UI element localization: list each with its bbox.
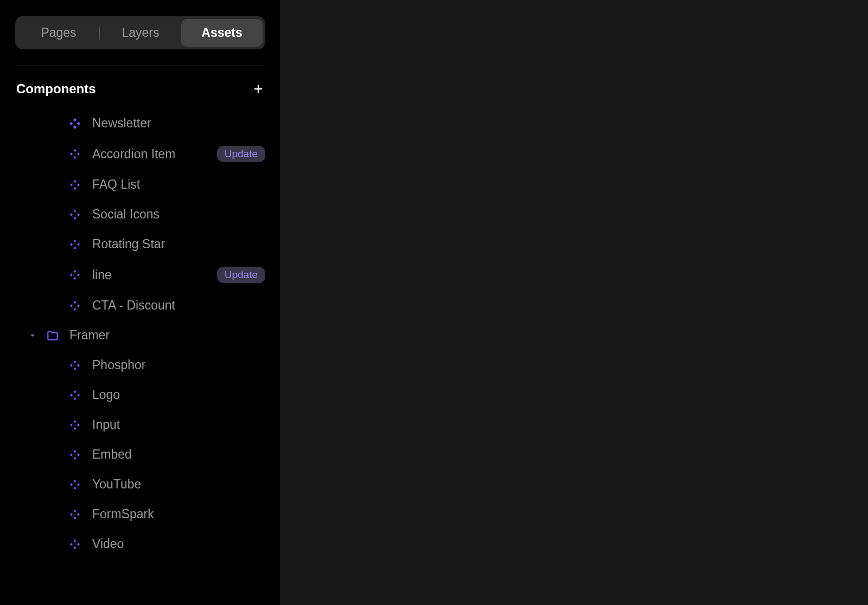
- component-item[interactable]: Newsletter: [15, 108, 265, 138]
- component-label: Newsletter: [92, 116, 265, 131]
- tab-pages[interactable]: Pages: [18, 19, 99, 47]
- folder-icon: [46, 329, 60, 343]
- folder-label: Framer: [69, 328, 265, 343]
- add-component-button[interactable]: [252, 83, 264, 95]
- tab-layers[interactable]: Layers: [100, 19, 181, 47]
- component-item[interactable]: FormSpark: [15, 499, 265, 529]
- update-badge[interactable]: Update: [217, 146, 265, 162]
- components-title: Components: [16, 81, 96, 96]
- component-label: Logo: [92, 388, 265, 402]
- component-item[interactable]: YouTube: [15, 469, 265, 499]
- component-icon: [68, 268, 81, 281]
- tab-assets[interactable]: Assets: [181, 19, 263, 47]
- component-icon: [68, 238, 81, 251]
- component-label: Video: [92, 537, 265, 551]
- component-label: Phosphor: [92, 358, 265, 372]
- component-icon: [68, 208, 81, 221]
- component-icon: [68, 389, 81, 402]
- component-label: Embed: [92, 447, 265, 462]
- component-item[interactable]: Social Icons: [15, 199, 265, 229]
- component-icon: [68, 419, 81, 432]
- component-label: Social Icons: [92, 207, 265, 222]
- tabs-container: Pages Layers Assets: [15, 16, 265, 49]
- component-item[interactable]: line Update: [15, 259, 265, 291]
- canvas-area[interactable]: [281, 0, 868, 605]
- section-header: Components: [15, 81, 265, 96]
- component-item[interactable]: Accordion Item Update: [15, 138, 265, 170]
- component-icon: [68, 178, 81, 191]
- update-badge[interactable]: Update: [217, 267, 265, 283]
- component-label: FormSpark: [92, 507, 265, 522]
- section-divider: [15, 66, 265, 66]
- component-icon: [68, 448, 81, 461]
- component-label: Rotating Star: [92, 237, 265, 252]
- component-label: Accordion Item: [92, 147, 206, 162]
- folder-item[interactable]: Framer: [15, 320, 265, 350]
- component-icon: [68, 508, 81, 521]
- component-item[interactable]: Phosphor: [15, 350, 265, 380]
- component-item[interactable]: Rotating Star: [15, 229, 265, 259]
- component-icon: [68, 299, 81, 312]
- component-item[interactable]: Logo: [15, 380, 265, 410]
- component-label: line: [92, 268, 206, 282]
- component-label: CTA - Discount: [92, 298, 265, 313]
- component-icon: [68, 359, 81, 372]
- component-list: Newsletter Accordion Item Update FAQ Lis…: [15, 108, 265, 559]
- component-icon: [68, 117, 81, 130]
- component-item[interactable]: Embed: [15, 440, 265, 469]
- component-item[interactable]: Input: [15, 410, 265, 440]
- component-label: YouTube: [92, 477, 265, 492]
- component-icon: [68, 478, 81, 491]
- component-item[interactable]: Video: [15, 529, 265, 559]
- chevron-down-icon: [29, 332, 36, 339]
- sidebar: Pages Layers Assets Components Newslette…: [0, 0, 281, 605]
- component-item[interactable]: CTA - Discount: [15, 291, 265, 320]
- component-item[interactable]: FAQ List: [15, 170, 265, 199]
- component-icon: [68, 538, 81, 551]
- component-label: Input: [92, 417, 265, 432]
- component-label: FAQ List: [92, 177, 265, 192]
- component-icon: [68, 147, 81, 160]
